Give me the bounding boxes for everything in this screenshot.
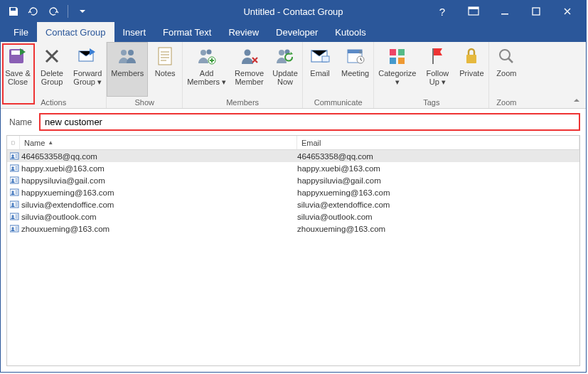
contact-card-icon (7, 176, 20, 185)
contact-card-icon (7, 201, 20, 209)
table-row[interactable]: happysiluvia@gail.comhappysiluvia@gail.c… (7, 174, 579, 186)
private-label: Private (459, 69, 483, 78)
table-row[interactable]: happyxueming@163.comhappyxueming@163.com (7, 186, 579, 198)
tab-contact-group[interactable]: Contact Group (37, 22, 114, 42)
follow-up-label: Follow Up ▾ (427, 69, 449, 86)
ribbon-group-communicate: Email Meeting Communicate (303, 42, 374, 108)
save-close-button[interactable]: Save & Close (1, 42, 35, 97)
col-icon[interactable] (7, 136, 20, 149)
svg-rect-27 (466, 55, 476, 63)
col-email-label: Email (301, 139, 321, 147)
svg-rect-23 (398, 49, 405, 55)
svg-rect-25 (398, 58, 405, 64)
table-row[interactable]: zhouxueming@163.comzhouxueming@163.com (7, 223, 579, 235)
remove-member-icon (238, 45, 261, 68)
close-icon[interactable] (559, 3, 576, 20)
svg-point-14 (279, 50, 284, 55)
list-body[interactable]: 464653358@qq.com464653358@qq.comhappy.xu… (7, 150, 579, 365)
table-row[interactable]: 464653358@qq.com464653358@qq.com (7, 150, 579, 162)
notes-button[interactable]: Notes (148, 42, 182, 97)
ribbon-group-actions: Save & Close Delete Group Forward Group … (1, 42, 107, 108)
name-label: Name (9, 117, 32, 127)
ribbon-group-members-label: Members (183, 97, 302, 108)
col-name[interactable]: Name ▲ (20, 136, 297, 149)
cell-email: zhouxueming@163.com (297, 225, 579, 233)
delete-group-button[interactable]: Delete Group (35, 42, 69, 97)
add-members-icon (196, 45, 218, 68)
table-row[interactable]: siluvia@outlook.comsiluvia@outlook.com (7, 210, 579, 223)
tab-format-text[interactable]: Format Text (154, 22, 220, 42)
tab-insert[interactable]: Insert (114, 22, 155, 42)
svg-point-35 (11, 178, 14, 181)
table-row[interactable]: happy.xuebi@163.comhappy.xuebi@163.com (7, 162, 579, 174)
redo-icon[interactable] (46, 4, 60, 18)
cell-email: 464653358@qq.com (297, 152, 579, 161)
cell-email: happysiluvia@gail.com (297, 176, 579, 185)
forward-group-button[interactable]: Forward Group ▾ (69, 42, 106, 97)
window-controls: ? (434, 3, 586, 20)
categorize-label: Categorize ▾ (378, 69, 416, 86)
app-window: Untitled - Contact Group ? File Contact … (0, 0, 587, 373)
lock-icon (460, 45, 483, 68)
update-now-button[interactable]: Update Now (268, 42, 302, 97)
email-button[interactable]: Email (303, 42, 337, 97)
maximize-icon[interactable] (528, 3, 545, 20)
contact-card-icon (7, 152, 20, 161)
help-icon[interactable]: ? (434, 3, 451, 20)
tab-kutools[interactable]: Kutools (326, 22, 374, 42)
ribbon-display-options-icon[interactable] (465, 3, 482, 20)
table-row[interactable]: siluvia@extendoffice.comsiluvia@extendof… (7, 198, 579, 210)
minimize-icon[interactable] (496, 3, 513, 20)
categorize-button[interactable]: Categorize ▾ (374, 42, 420, 97)
svg-point-37 (11, 191, 14, 193)
name-input[interactable] (39, 113, 580, 131)
cell-name: happysiluvia@gail.com (20, 176, 297, 185)
tab-review[interactable]: Review (220, 22, 267, 42)
ribbon-group-members: Add Members ▾ Remove Member Update Now M… (183, 42, 303, 108)
svg-point-10 (201, 50, 206, 55)
update-now-icon (274, 45, 296, 68)
svg-point-41 (11, 215, 14, 217)
ribbon-group-show: Members Notes Show (107, 42, 183, 108)
flag-icon (426, 45, 449, 68)
private-button[interactable]: Private (454, 42, 488, 97)
ribbon-group-show-label: Show (107, 97, 182, 108)
contact-card-icon (7, 188, 20, 197)
save-close-icon (6, 45, 29, 68)
svg-point-8 (128, 50, 134, 55)
cell-email: happyxueming@163.com (297, 188, 579, 197)
notes-label: Notes (155, 69, 176, 78)
svg-point-31 (11, 154, 14, 156)
members-label: Members (111, 69, 144, 78)
tab-file[interactable]: File (5, 22, 37, 42)
qat-customize-icon[interactable] (75, 4, 90, 18)
svg-point-28 (500, 50, 510, 60)
members-list: Name ▲ Email 464653358@qq.com464653358@q… (6, 135, 580, 366)
sort-asc-icon: ▲ (48, 139, 53, 146)
follow-up-button[interactable]: Follow Up ▾ (420, 42, 454, 97)
zoom-label: Zoom (496, 69, 516, 78)
svg-rect-1 (469, 7, 479, 9)
undo-icon[interactable] (26, 4, 41, 18)
zoom-button[interactable]: Zoom (489, 42, 523, 97)
meeting-label: Meeting (341, 69, 369, 78)
remove-member-button[interactable]: Remove Member (230, 42, 268, 97)
ribbon: Save & Close Delete Group Forward Group … (1, 42, 586, 109)
name-row: Name (1, 109, 586, 135)
save-close-label: Save & Close (5, 69, 30, 86)
svg-rect-5 (11, 50, 21, 55)
tab-developer[interactable]: Developer (267, 22, 326, 42)
members-button[interactable]: Members (107, 42, 148, 97)
forward-group-icon (76, 45, 99, 68)
qat-separator (68, 5, 68, 18)
collapse-ribbon-icon[interactable] (572, 95, 582, 105)
svg-point-7 (121, 50, 127, 55)
cell-name: happyxueming@163.com (20, 188, 297, 197)
save-icon[interactable] (6, 4, 21, 18)
add-members-button[interactable]: Add Members ▾ (183, 42, 230, 97)
remove-member-label: Remove Member (235, 69, 264, 86)
col-email[interactable]: Email (297, 136, 579, 149)
notes-icon (154, 45, 176, 68)
meeting-button[interactable]: Meeting (337, 42, 373, 97)
svg-point-20 (358, 50, 362, 54)
